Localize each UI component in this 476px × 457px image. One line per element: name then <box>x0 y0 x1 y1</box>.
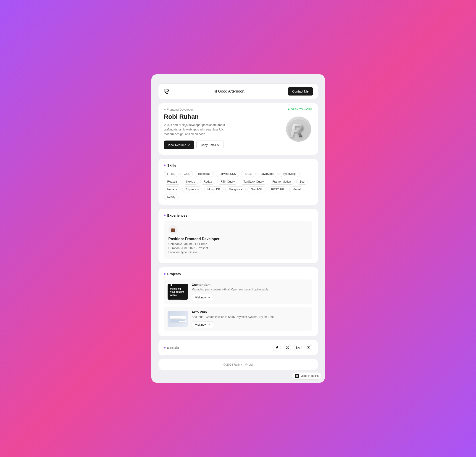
skill-tag: Vercel <box>289 186 304 192</box>
project-info-contentiam: Contentiam Managing your content with ai… <box>192 283 309 301</box>
header-card: Hi! Good Afternoon. Contact Me <box>158 83 318 99</box>
visit-contentiam-button[interactable]: Visit now → <box>192 294 214 301</box>
facebook-icon[interactable] <box>273 344 281 352</box>
svg-text:R: R <box>290 120 303 141</box>
skill-tag: Next.js <box>183 179 198 185</box>
skill-tag: CSS <box>180 171 193 177</box>
youtube-icon[interactable] <box>305 344 312 352</box>
profile-actions: View Resume ↗ Copy Email ⧉ <box>164 141 280 149</box>
role-dot <box>164 109 166 110</box>
project-name-artoplus: Arto Plus <box>192 310 309 314</box>
projects-title: Projects <box>164 272 312 276</box>
project-thumbnail-contentiam: 📄 Managing your content with ai <box>168 284 188 300</box>
projects-card: Projects 📄 Managing your content with ai… <box>158 267 318 336</box>
exp-company: Company: Lab Inc - Full Time <box>169 242 308 246</box>
outer-wrapper: Hi! Good Afternoon. Contact Me Frontend … <box>151 74 325 383</box>
project-item-artoplus: Arto Plus Arto Plus - Create Invoice in … <box>164 307 312 332</box>
skill-tag: Netlify <box>164 194 179 200</box>
contact-me-button[interactable]: Contact Me <box>288 87 313 96</box>
project-name-contentiam: Contentiam <box>192 283 309 287</box>
profile-left: Robi Ruhan Vue.js and Nuxt.js developer … <box>164 113 280 149</box>
r-letter: R <box>286 116 311 142</box>
project-thumbnail-artoplus <box>168 311 188 327</box>
skill-tag: Zod <box>296 179 308 185</box>
skill-tag: JavaScript <box>257 171 278 177</box>
experiences-card: Experiences 💼 Position: Frontend Develop… <box>158 209 318 264</box>
external-link-icon: ↗ <box>187 143 190 147</box>
skill-tag: TanStack Query <box>240 179 267 185</box>
profile-role: Frontend Developer <box>164 108 193 111</box>
project-desc-artoplus: Arto Plus - Create Invoice in SaaS Payme… <box>192 315 309 319</box>
social-icons <box>273 344 312 352</box>
skill-tag: SASS <box>241 171 255 177</box>
open-to-work-badge: OPEN TO WORK <box>288 108 312 111</box>
profile-r-logo: R <box>285 115 312 143</box>
skill-tag: MongoDB <box>204 186 224 192</box>
profile-content: Robi Ruhan Vue.js and Nuxt.js developer … <box>164 113 312 149</box>
experiences-dot <box>164 215 166 216</box>
profile-header-row: Frontend Developer OPEN TO WORK <box>164 108 312 111</box>
svg-point-2 <box>296 346 297 347</box>
project-desc-contentiam: Managing your content with ai. Open sour… <box>192 288 309 292</box>
exp-duration: Duration: June 2022 - Present <box>169 246 308 250</box>
skill-tag: Framer Motion <box>269 179 294 185</box>
socials-dot <box>164 347 166 349</box>
made-in-rulink-badge: R Made in Rulink <box>292 372 322 379</box>
skill-tag: Mongoose <box>225 186 246 192</box>
skill-tag: REST API <box>268 186 288 192</box>
socials-card: Socials <box>158 340 318 355</box>
copy-icon: ⧉ <box>217 143 219 147</box>
skill-tag: RTK Query <box>217 179 238 185</box>
rulink-icon: R <box>295 374 299 378</box>
experience-icon: 💼 <box>169 225 178 234</box>
profile-card: Frontend Developer OPEN TO WORK Robi Ruh… <box>158 103 318 155</box>
footer-card: © 2024 Rulink - @robi <box>158 359 318 370</box>
copy-email-button[interactable]: Copy Email ⧉ <box>196 141 223 149</box>
skill-tag: React.js <box>164 179 181 185</box>
skill-tag: Bootstrap <box>195 171 214 177</box>
skills-card: Skills HTMLCSSBootstrapTailwind CSSSASSJ… <box>158 158 318 205</box>
skill-tag: Tailwind CSS <box>216 171 239 177</box>
svg-marker-3 <box>308 347 309 348</box>
skill-tag: Express.js <box>182 186 202 192</box>
open-dot <box>288 108 289 110</box>
project-item-contentiam: 📄 Managing your content with ai Contenti… <box>164 280 312 304</box>
skills-grid: HTMLCSSBootstrapTailwind CSSSASSJavaScri… <box>164 171 312 200</box>
arrow-icon-2: → <box>208 323 211 326</box>
skill-tag: Node.js <box>164 186 180 192</box>
skills-dot <box>164 165 166 166</box>
profile-bio: Vue.js and Nuxt.js developer passionate … <box>164 123 228 136</box>
visit-artoplus-button[interactable]: Visit now → <box>192 321 214 328</box>
experiences-title: Experiences <box>164 213 312 217</box>
project-info-artoplus: Arto Plus Arto Plus - Create Invoice in … <box>192 310 309 328</box>
brand-logo <box>163 88 170 95</box>
projects-dot <box>164 273 166 275</box>
skill-tag: TypeScript <box>280 171 300 177</box>
profile-name: Robi Ruhan <box>164 113 280 120</box>
greeting-text: Hi! Good Afternoon. <box>212 89 246 94</box>
experience-item: 💼 Position: Frontend Developer Company: … <box>164 221 312 259</box>
exp-position: Position: Frontend Developer <box>169 237 308 241</box>
skill-tag: Redux <box>200 179 215 185</box>
x-twitter-icon[interactable] <box>284 344 291 352</box>
skill-tag: GraphQL <box>247 186 266 192</box>
socials-title: Socials <box>164 346 179 350</box>
footer-text: © 2024 Rulink - @robi <box>223 363 253 366</box>
exp-location: Location Type: Onsite <box>169 250 308 254</box>
linkedin-icon[interactable] <box>294 344 302 352</box>
view-resume-button[interactable]: View Resume ↗ <box>164 141 194 149</box>
skills-title: Skills <box>164 163 312 167</box>
skill-tag: HTML <box>164 171 178 177</box>
arrow-icon: → <box>208 296 211 299</box>
